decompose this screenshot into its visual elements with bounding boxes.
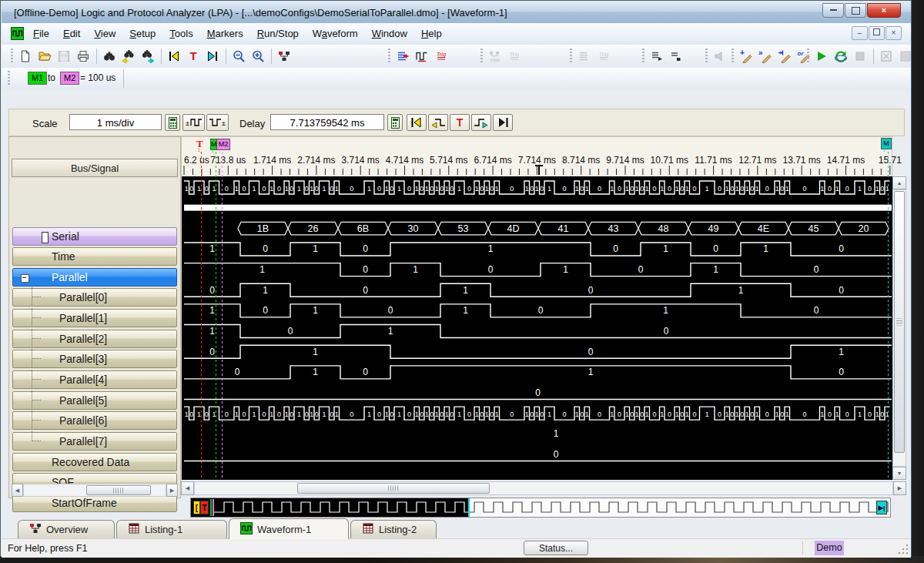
close-button[interactable]: × — [867, 3, 901, 18]
wave-scroll-up-button[interactable]: ▲ — [892, 176, 906, 189]
wave-scroll-down-button[interactable]: ▼ — [892, 467, 906, 480]
next-edge-button[interactable] — [471, 114, 491, 131]
toolbar-grip[interactable] — [8, 71, 10, 86]
waveform-canvas[interactable]: 1010101010101010101010101010101010101010… — [182, 176, 892, 480]
overview-trigger-button[interactable] — [487, 48, 504, 65]
collapse-icon[interactable] — [21, 274, 29, 283]
go-begin-button[interactable] — [407, 114, 427, 131]
scale-keypad-button[interactable] — [165, 114, 180, 131]
tab-waveform-1[interactable]: Waveform-1 — [229, 518, 349, 539]
trigger-marker-line[interactable] — [201, 152, 202, 479]
marker-new-button[interactable]: + — [738, 48, 755, 65]
find-button[interactable] — [101, 48, 119, 65]
toolbar-grip[interactable] — [642, 49, 644, 64]
signal-row-parallel5[interactable]: Parallel[5] — [12, 391, 177, 410]
cancel-button[interactable] — [878, 48, 896, 65]
delay-value-field[interactable]: 7.713759542 ms — [270, 114, 384, 130]
signal-row-time[interactable]: Time — [12, 247, 177, 266]
overview-begin-marker[interactable]: [ — [193, 501, 200, 514]
run-repetitive-button[interactable] — [832, 48, 850, 65]
menu-view[interactable]: View — [87, 23, 122, 45]
trigger-setup-button[interactable]: Trig — [433, 48, 450, 65]
m1-marker-line[interactable] — [216, 152, 216, 479]
find-forward-button[interactable] — [139, 48, 157, 65]
signal-row-parallel4[interactable]: Parallel[4] — [12, 370, 177, 389]
zoom-out-button[interactable] — [230, 48, 248, 65]
menu-runstop[interactable]: Run/Stop — [250, 23, 306, 45]
bus-signal-header[interactable]: Bus/Signal — [12, 159, 178, 177]
stop-all-button[interactable] — [897, 48, 915, 65]
tab-listing-2[interactable]: Listing-2 — [350, 520, 437, 538]
print-button[interactable] — [75, 48, 92, 65]
signal-row-recovereddata[interactable]: Recovered Data — [12, 453, 177, 471]
overview-view-edge[interactable] — [468, 498, 470, 517]
marker-place-button[interactable] — [776, 48, 794, 65]
toolbar-grip[interactable] — [705, 49, 708, 64]
find-backward-button[interactable] — [120, 48, 138, 65]
prev-edge-button[interactable] — [428, 114, 448, 131]
menu-waveform[interactable]: Waveform — [306, 23, 365, 45]
marker-next-button[interactable]: » — [757, 48, 775, 65]
list-forward-button[interactable] — [648, 48, 666, 65]
panel-scroll-right-button[interactable]: ▶ — [166, 484, 178, 497]
menu-setup[interactable]: Setup — [122, 23, 162, 45]
wave-scroll-right-button[interactable]: ▶ — [893, 481, 906, 495]
child-close-button[interactable]: × — [886, 26, 902, 40]
m-marker-line[interactable] — [888, 152, 889, 479]
go-end-button[interactable] — [493, 114, 513, 131]
sampling-positions-button[interactable] — [413, 48, 431, 65]
menu-markers[interactable]: Markers — [200, 23, 250, 45]
delay-keypad-button[interactable] — [387, 114, 403, 131]
go-to-end-button[interactable] — [204, 48, 222, 65]
go-to-begin-button[interactable] — [166, 48, 183, 65]
title-bar[interactable]: [Offline-Demo] Logic and Protocol Analyz… — [2, 2, 911, 24]
wave-scroll-left-button[interactable]: ◀ — [181, 481, 194, 495]
overview-end-marker[interactable]: ▶| — [876, 501, 887, 514]
tab-overview[interactable]: Overview — [18, 520, 115, 538]
wave-hscrollbar-thumb[interactable] — [297, 483, 490, 494]
new-document-button[interactable] — [17, 48, 35, 65]
waveform-display-area[interactable]: 1010101010101010101010101010101010101010… — [181, 176, 892, 480]
menu-edit[interactable]: Edit — [56, 23, 87, 45]
overview-m2-line[interactable] — [213, 499, 214, 516]
toolbar-grip[interactable] — [570, 49, 572, 64]
scale-zoom-in-button[interactable]: ± — [182, 114, 205, 131]
menu-tools[interactable]: Tools — [162, 23, 199, 45]
scale-zoom-out-button[interactable]: ± — [206, 114, 229, 131]
signal-row-parallel0[interactable]: Parallel[0] — [12, 288, 177, 307]
overview-windows-button[interactable] — [276, 48, 293, 65]
go-trigger-button[interactable]: T — [450, 114, 470, 131]
signal-row-parallel2[interactable]: Parallel[2] — [12, 330, 177, 348]
panel-scroll-left-button[interactable]: ◀ — [12, 484, 23, 497]
listing-arrow-button[interactable] — [394, 48, 412, 65]
panel-scrollbar-thumb[interactable] — [86, 485, 151, 495]
run-button[interactable] — [813, 48, 831, 65]
toolbar-grip[interactable] — [388, 49, 390, 64]
toolbar-grip[interactable] — [480, 49, 483, 64]
maximize-button[interactable] — [845, 3, 866, 18]
m1-chip[interactable]: M1 — [28, 72, 47, 85]
acquisition-overview-strip[interactable]: [ T ▶| — [190, 498, 891, 518]
sound-button[interactable] — [711, 48, 729, 65]
tab-listing-1[interactable]: Listing-1 — [116, 520, 227, 538]
scale-value-field[interactable]: 1 ms/div — [69, 114, 162, 130]
menu-window[interactable]: Window — [365, 23, 414, 45]
toolbar-grip[interactable] — [732, 49, 734, 64]
menu-help[interactable]: Help — [414, 23, 449, 45]
signal-row-parallel[interactable]: Parallel — [12, 268, 177, 287]
signal-row-serial[interactable]: Serial — [12, 227, 177, 246]
signal-row-parallel1[interactable]: Parallel[1] — [12, 309, 177, 327]
list-compact-button[interactable] — [668, 48, 685, 65]
child-minimize-button[interactable]: – — [852, 26, 868, 40]
zoom-in-button[interactable] — [249, 48, 267, 65]
trigger-b-button[interactable]: Trig — [595, 48, 613, 65]
menu-file[interactable]: File — [26, 23, 56, 45]
child-restore-button[interactable] — [869, 26, 885, 40]
signal-row-parallel7[interactable]: Parallel[7] — [12, 432, 177, 451]
stop-button[interactable] — [852, 48, 869, 65]
signal-row-parallel6[interactable]: Parallel[6] — [12, 411, 177, 430]
wave-vscrollbar-thumb[interactable] — [894, 191, 905, 453]
status-button[interactable]: Status... — [524, 541, 588, 555]
go-to-trigger-button[interactable]: T — [185, 48, 203, 65]
overview-m1-line[interactable] — [210, 499, 212, 516]
